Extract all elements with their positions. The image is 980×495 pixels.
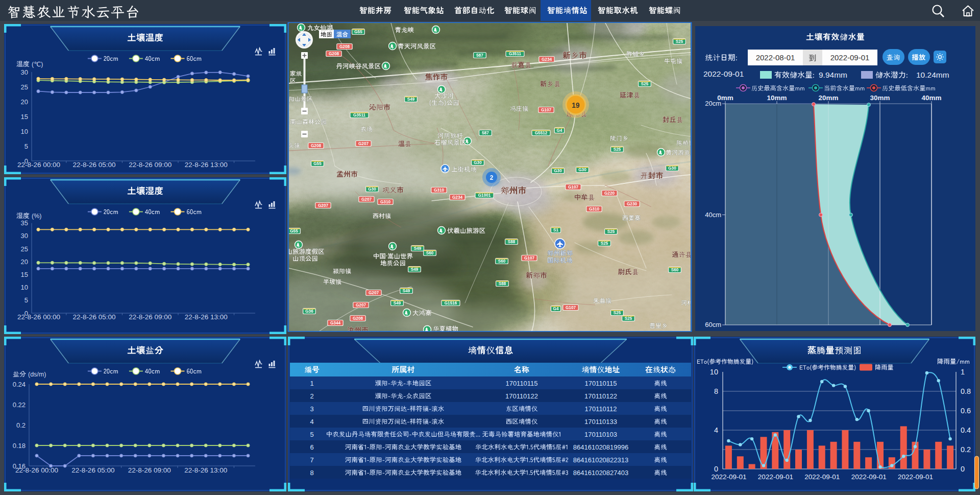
svg-text:(ds/m): (ds/m)	[28, 371, 46, 378]
svg-text:0.8: 0.8	[961, 387, 971, 395]
svg-text:30mm: 30mm	[870, 94, 890, 102]
svg-text:170110122: 170110122	[584, 392, 617, 400]
svg-text:22-8-26 05:00: 22-8-26 05:00	[73, 161, 116, 169]
svg-text:G208: G208	[329, 52, 339, 56]
svg-text:G207: G207	[318, 203, 328, 208]
svg-text:30: 30	[21, 232, 28, 240]
svg-text:22-8-26 05:00: 22-8-26 05:00	[71, 466, 114, 474]
svg-text:S25: S25	[614, 311, 621, 315]
svg-text:S49: S49	[411, 267, 419, 272]
svg-text:587: 587	[482, 131, 489, 135]
svg-text:22-8-26 09:00: 22-8-26 09:00	[129, 313, 172, 321]
svg-text:22-8-26 13:00: 22-8-26 13:00	[185, 161, 228, 169]
svg-text:G310: G310	[434, 188, 444, 193]
svg-text:22-8-26 00:00: 22-8-26 00:00	[17, 313, 60, 321]
svg-text:22-8-26 13:00: 22-8-26 13:00	[185, 313, 228, 321]
svg-text:22-8-26 00:00: 22-8-26 00:00	[17, 161, 60, 169]
svg-text:2: 2	[490, 174, 494, 181]
svg-text:G207: G207	[356, 303, 366, 308]
svg-text:G4: G4	[557, 128, 562, 133]
svg-text:G344: G344	[330, 321, 340, 325]
svg-text:G310: G310	[589, 207, 599, 211]
svg-text:6: 6	[310, 443, 313, 451]
svg-text:0.4: 0.4	[961, 426, 971, 434]
svg-text:G30: G30	[368, 187, 376, 192]
svg-text:0.22: 0.22	[13, 401, 26, 409]
svg-text:10: 10	[21, 284, 28, 291]
svg-text:0.6: 0.6	[961, 407, 971, 415]
svg-text:0.2: 0.2	[961, 445, 971, 454]
svg-text:0.18: 0.18	[13, 442, 26, 450]
svg-text:864161020827403: 864161020827403	[573, 469, 628, 477]
svg-text:G30: G30	[578, 168, 586, 172]
svg-text:S88: S88	[508, 240, 516, 244]
svg-text:G55: G55	[313, 161, 322, 166]
svg-text:S88: S88	[499, 281, 506, 286]
svg-text:864161020822313: 864161020822313	[573, 456, 628, 464]
svg-text:G107: G107	[524, 256, 534, 261]
svg-text:10: 10	[710, 368, 718, 376]
svg-text:S49: S49	[403, 289, 410, 293]
svg-text:40cm: 40cm	[705, 211, 721, 219]
svg-text:7: 7	[310, 456, 313, 464]
svg-text:2022-09-01: 2022-09-01	[830, 53, 870, 62]
svg-text:G3511: G3511	[509, 52, 522, 56]
svg-text:G310: G310	[380, 200, 390, 204]
svg-text:G4: G4	[553, 307, 559, 311]
svg-text:170110122: 170110122	[505, 392, 538, 400]
svg-text:G55: G55	[354, 30, 362, 34]
svg-text:170110115: 170110115	[505, 380, 537, 387]
svg-text:G107: G107	[566, 305, 576, 310]
svg-text:5: 5	[24, 296, 28, 304]
svg-text:170110103: 170110103	[584, 431, 617, 438]
svg-text:25: 25	[21, 83, 28, 91]
svg-text:10: 10	[21, 128, 28, 135]
svg-text:0.2: 0.2	[16, 421, 26, 429]
svg-text:S25: S25	[601, 241, 608, 246]
svg-text:8: 8	[310, 469, 313, 477]
svg-text:40mm: 40mm	[921, 94, 941, 102]
svg-text:20: 20	[21, 98, 28, 106]
svg-text:10.24mm: 10.24mm	[916, 70, 949, 79]
svg-text:S25: S25	[641, 82, 649, 86]
svg-text:5: 5	[24, 143, 28, 150]
svg-text:S49: S49	[407, 97, 415, 102]
svg-text:G220: G220	[604, 191, 615, 196]
svg-text:2022-09-01: 2022-09-01	[758, 473, 793, 481]
svg-text:G208: G208	[339, 44, 350, 49]
svg-text:170110133: 170110133	[584, 418, 617, 426]
svg-text:0: 0	[961, 465, 965, 473]
svg-text:0: 0	[714, 465, 718, 473]
svg-text:22-8-26 00:00: 22-8-26 00:00	[15, 466, 58, 474]
svg-text:10mm: 10mm	[767, 94, 787, 102]
svg-text:G208: G208	[353, 316, 363, 321]
svg-text:G234: G234	[452, 195, 462, 200]
svg-text:(%): (%)	[32, 213, 41, 220]
svg-text:G207: G207	[361, 197, 372, 202]
svg-text:G1001: G1001	[478, 193, 491, 198]
svg-text:G30: G30	[474, 160, 482, 165]
svg-text:3: 3	[310, 405, 313, 413]
svg-text:2: 2	[310, 392, 313, 400]
svg-text:8: 8	[714, 387, 718, 395]
svg-text:30: 30	[21, 68, 28, 76]
svg-text:2022-09-01: 2022-09-01	[703, 69, 744, 78]
svg-text:22-8-26 13:00: 22-8-26 13:00	[184, 466, 227, 474]
svg-text:S25: S25	[607, 229, 615, 234]
svg-text:S25: S25	[676, 39, 683, 44]
svg-text:G3511: G3511	[353, 113, 366, 117]
svg-text:G30: G30	[554, 169, 562, 173]
svg-text:2022-09-01: 2022-09-01	[711, 473, 746, 481]
svg-text:G5512: G5512	[535, 131, 548, 135]
svg-text:15: 15	[21, 271, 28, 278]
svg-text:60cm: 60cm	[705, 321, 721, 328]
svg-text:S49: S49	[414, 246, 422, 251]
svg-text:587: 587	[476, 53, 483, 58]
svg-text:1: 1	[310, 380, 313, 387]
svg-text:G207: G207	[369, 291, 379, 295]
svg-text:170110112: 170110112	[584, 405, 617, 413]
svg-text:S25: S25	[625, 316, 632, 321]
svg-text:G207: G207	[358, 142, 369, 146]
svg-text:S25: S25	[614, 147, 621, 152]
svg-text:2022-09-01: 2022-09-01	[898, 473, 933, 481]
